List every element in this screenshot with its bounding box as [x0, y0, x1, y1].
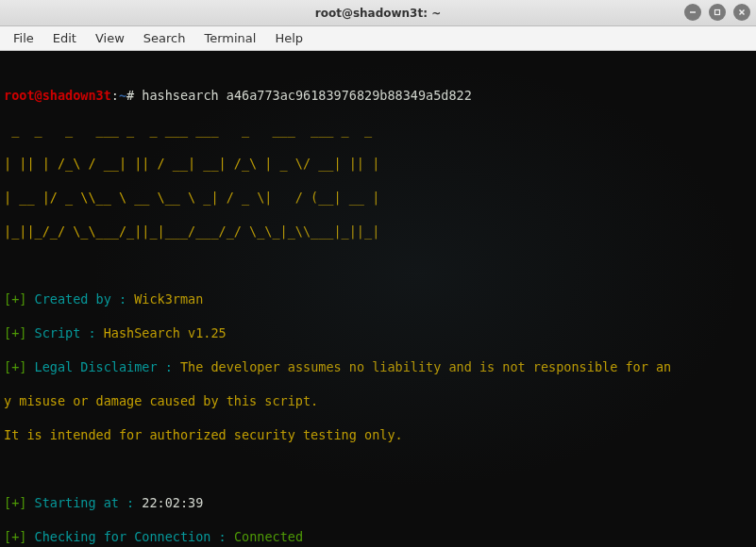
prompt-path: ~ [119, 88, 126, 103]
ascii-art-line: | __ |/ _ \\__ \ __ \__ \ _| / _ \| / (_… [4, 189, 752, 206]
connection-status: Connected [234, 529, 303, 544]
svg-rect-1 [715, 10, 720, 15]
created-by: Wick3rman [134, 291, 203, 307]
legal-text: It is intended for authorized security t… [4, 426, 752, 443]
menu-edit[interactable]: Edit [43, 28, 86, 48]
terminal-window: root@shadown3t: ~ File Edit View Search … [0, 0, 756, 547]
window-title: root@shadown3t: ~ [315, 7, 442, 20]
window-controls [684, 4, 750, 21]
ascii-art-line: |_||_/_/ \_\___/_||_|___/___/_/ \_\_|_\\… [4, 223, 752, 240]
start-time: 22:02:39 [142, 495, 203, 510]
maximize-button[interactable] [709, 4, 726, 21]
legal-text: y misuse or damage caused by this script… [4, 392, 752, 409]
minimize-button[interactable] [684, 4, 701, 21]
script-version: HashSearch v1.25 [104, 325, 227, 340]
terminal-area[interactable]: root@shadown3t:~# hashsearch a46a773ac96… [0, 51, 756, 547]
menu-help[interactable]: Help [265, 28, 312, 48]
menu-view[interactable]: View [86, 28, 134, 48]
menu-search[interactable]: Search [134, 28, 195, 48]
menu-terminal[interactable]: Terminal [194, 28, 265, 48]
ascii-art-line: _ _ _ ___ _ _ ___ ___ _ ___ ___ _ _ [4, 121, 752, 138]
legal-text: The developer assumes no liability and i… [180, 359, 671, 374]
close-button[interactable] [733, 4, 750, 21]
menubar: File Edit View Search Terminal Help [0, 26, 756, 51]
prompt-user: root@shadown3t [4, 88, 111, 103]
titlebar[interactable]: root@shadown3t: ~ [0, 0, 756, 26]
menu-file[interactable]: File [4, 28, 43, 48]
ascii-art-line: | || | /_\ / __| || / __| __| /_\ | _ \/… [4, 155, 752, 172]
